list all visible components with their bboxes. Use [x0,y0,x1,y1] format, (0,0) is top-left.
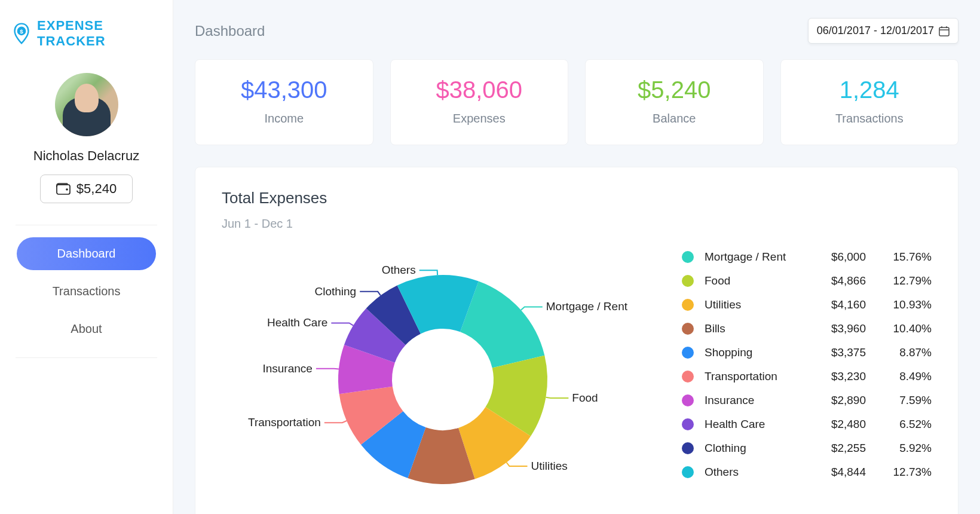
date-range-picker[interactable]: 06/01/2017 - 12/01/2017 [808,18,958,44]
legend-pct: 5.92% [866,442,932,455]
divider [16,357,157,358]
leader-line [331,323,353,325]
legend-row[interactable]: Others$4,84412.73% [682,460,932,484]
legend-swatch [682,418,694,430]
card-balance[interactable]: $5,240 Balance [585,59,764,145]
wallet-icon [56,182,71,195]
nav: Dashboard Transactions About [0,237,173,345]
leader-line [324,421,347,423]
panel-title: Total Expenses [222,189,932,207]
card-transactions[interactable]: 1,284 Transactions [780,59,959,145]
leader-line [419,270,437,275]
app-name: EXPENSE TRACKER [37,18,161,49]
legend-amount: $4,866 [800,274,866,287]
topbar: Dashboard 06/01/2017 - 12/01/2017 [195,18,958,44]
divider [16,225,157,225]
avatar[interactable] [55,73,118,136]
legend-row[interactable]: Mortgage / Rent$6,00015.76% [682,245,932,269]
slice-label: Others [382,264,416,276]
legend-amount: $4,844 [800,466,866,479]
legend-pct: 12.79% [866,274,932,287]
income-label: Income [195,112,373,126]
page-title: Dashboard [195,23,265,39]
legend-table: Mortgage / Rent$6,00015.76%Food$4,86612.… [664,245,932,502]
nav-item-transactions[interactable]: Transactions [17,275,156,308]
wallet-amount: $5,240 [76,181,117,197]
legend-row[interactable]: Clothing$2,2555.92% [682,436,932,460]
app-logo[interactable]: $ EXPENSE TRACKER [0,12,173,64]
leader-line [360,292,381,295]
slice-label: Insurance [262,362,312,375]
legend-amount: $6,000 [800,250,866,264]
legend-amount: $2,255 [800,442,866,455]
legend-swatch [682,299,694,311]
legend-amount: $3,230 [800,370,866,383]
legend-pct: 10.93% [866,298,932,311]
nav-item-about[interactable]: About [17,313,156,345]
legend-swatch [682,251,694,263]
leader-line [316,369,339,369]
expenses-value: $38,060 [391,77,568,103]
chart-area: Mortgage / RentFoodUtilitiesTransportati… [222,245,932,502]
legend-swatch [682,442,694,454]
legend-swatch [682,275,694,287]
calendar-icon [939,26,950,36]
legend-name: Transportation [705,370,800,383]
legend-pct: 6.52% [866,418,932,431]
legend-row[interactable]: Transportation$3,2308.49% [682,365,932,388]
slice-label: Transportation [248,416,321,429]
legend-name: Clothing [705,442,800,455]
summary-cards: $43,300 Income $38,060 Expenses $5,240 B… [195,59,958,145]
legend-swatch [682,394,694,406]
user-name: Nicholas Delacruz [33,148,139,164]
date-range-text: 06/01/2017 - 12/01/2017 [817,25,934,37]
legend-name: Others [705,466,800,479]
legend-pct: 15.76% [866,250,932,264]
legend-pct: 8.87% [866,346,932,359]
legend-row[interactable]: Insurance$2,8907.59% [682,388,932,412]
leader-line [521,307,543,310]
legend-amount: $3,960 [800,322,866,335]
slice-label: Clothing [314,285,356,298]
nav-item-dashboard[interactable]: Dashboard [17,237,156,270]
logo-icon: $ [12,23,31,44]
svg-point-3 [66,188,68,191]
legend-name: Insurance [705,394,800,407]
legend-amount: $4,160 [800,298,866,311]
card-income[interactable]: $43,300 Income [195,59,373,145]
legend-swatch [682,466,694,478]
legend-name: Mortgage / Rent [705,250,800,264]
leader-line [546,397,568,398]
balance-value: $5,240 [586,77,763,103]
expenses-panel: Total Expenses Jun 1 - Dec 1 Mortgage / … [195,167,958,514]
transactions-label: Transactions [781,112,958,126]
legend-pct: 7.59% [866,394,932,407]
legend-row[interactable]: Utilities$4,16010.93% [682,293,932,317]
panel-subtitle: Jun 1 - Dec 1 [222,217,932,231]
legend-pct: 12.73% [866,466,932,479]
card-expenses[interactable]: $38,060 Expenses [390,59,569,145]
slice-label: Mortgage / Rent [546,300,628,313]
legend-swatch [682,347,694,359]
legend-row[interactable]: Health Care$2,4806.52% [682,412,932,436]
slice-label: Food [572,391,598,404]
leader-line [507,463,528,466]
transactions-value: 1,284 [781,77,958,103]
sidebar: $ EXPENSE TRACKER Nicholas Delacruz $5,2… [0,0,173,514]
legend-row[interactable]: Food$4,86612.79% [682,269,932,293]
legend-name: Health Care [705,418,800,431]
slice-label: Health Care [267,316,327,329]
balance-label: Balance [586,112,763,126]
legend-pct: 8.49% [866,370,932,383]
legend-name: Utilities [705,298,800,311]
donut-chart[interactable]: Mortgage / RentFoodUtilitiesTransportati… [222,245,664,502]
legend-amount: $3,375 [800,346,866,359]
svg-text:$: $ [20,28,23,35]
legend-name: Food [705,274,800,287]
legend-swatch [682,371,694,383]
legend-name: Bills [705,322,800,335]
legend-row[interactable]: Shopping$3,3758.87% [682,341,932,365]
income-value: $43,300 [195,77,373,103]
wallet-balance-chip[interactable]: $5,240 [40,175,133,203]
legend-row[interactable]: Bills$3,96010.40% [682,317,932,341]
